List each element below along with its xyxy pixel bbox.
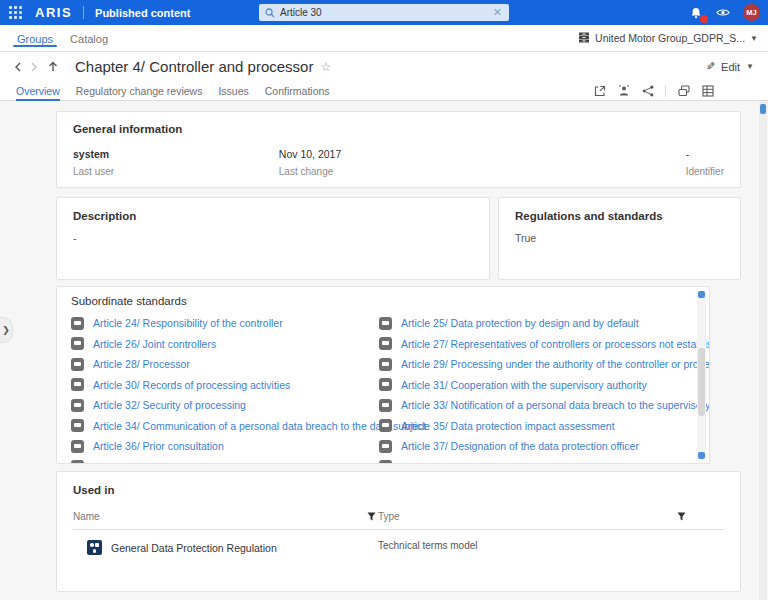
list-item[interactable]: Article 36/ Prior consultation — [71, 436, 377, 457]
search-input[interactable] — [280, 7, 492, 18]
article-link[interactable]: Article 27/ Representatives of controlle… — [401, 338, 710, 350]
list-item[interactable]: Article 35/ Data protection impact asses… — [379, 416, 679, 437]
tab-regulatory-change-reviews[interactable]: Regulatory change reviews — [76, 81, 203, 100]
used-in-type: Technical terms model — [378, 540, 724, 551]
matrix-icon[interactable] — [701, 84, 714, 97]
list-item[interactable]: Article 29/ Processing under the authori… — [379, 354, 679, 375]
list-item[interactable]: Article 33/ Notification of a personal d… — [379, 395, 679, 416]
article-link[interactable]: Article 31/ Cooperation with the supervi… — [401, 379, 647, 391]
model-icon — [87, 540, 102, 555]
list-item[interactable]: Article 26/ Joint controllers — [71, 334, 377, 355]
list-item[interactable]: Article 38/ Position of the data protect… — [71, 457, 377, 465]
aris-published-content-window: ARIS Published content ✕ MJ Groups Catal… — [0, 0, 768, 600]
database-icon — [578, 32, 590, 45]
notification-badge — [700, 15, 708, 23]
article-link[interactable]: Article 33/ Notification of a personal d… — [401, 399, 710, 411]
list-item[interactable]: Article 25/ Data protection by design an… — [379, 313, 679, 334]
field-identifier: - Identifier — [686, 148, 724, 177]
topbar-divider — [83, 6, 84, 19]
favorite-star-icon[interactable]: ☆ — [320, 60, 331, 74]
page-title: Chapter 4/ Controller and processor — [75, 58, 313, 75]
user-avatar[interactable]: MJ — [743, 4, 760, 21]
copy-icon[interactable] — [677, 84, 690, 97]
database-selector[interactable]: United Motor Group_GDPR_S... ▼ — [578, 25, 758, 51]
edit-menu[interactable]: ✎ Edit ▼ — [706, 60, 754, 73]
edit-label: Edit — [721, 61, 740, 73]
sidebar-expand-handle[interactable]: ❯ — [0, 317, 13, 343]
filter-icon[interactable] — [365, 510, 378, 523]
watch-eye-icon[interactable] — [716, 6, 730, 20]
standard-icon — [379, 419, 392, 432]
list-item[interactable]: Article 28/ Processor — [71, 354, 377, 375]
scrollbar-thumb[interactable] — [698, 348, 705, 416]
article-link[interactable]: Article 24/ Responsibility of the contro… — [93, 317, 283, 329]
app-title: Published content — [95, 7, 190, 19]
standard-icon — [71, 460, 84, 464]
forward-button[interactable] — [26, 59, 42, 75]
column-header-type: Type — [378, 511, 400, 522]
app-launcher-icon[interactable] — [9, 6, 22, 19]
scrollbar-thumb[interactable] — [760, 104, 766, 114]
factsheet-tabs: Overview Regulatory change reviews Issue… — [0, 81, 768, 101]
main-scrollbar[interactable] — [759, 101, 767, 600]
share-icon[interactable] — [641, 84, 654, 97]
filter-icon[interactable] — [675, 510, 688, 523]
notifications-icon[interactable] — [689, 6, 703, 20]
article-link[interactable]: Article 28/ Processor — [93, 358, 190, 370]
card-title: Description — [73, 210, 473, 222]
global-search[interactable]: ✕ — [259, 4, 509, 21]
article-link[interactable]: Article 30/ Records of processing activi… — [93, 379, 290, 391]
used-in-name[interactable]: General Data Protection Regulation — [111, 542, 277, 554]
field-label: Last change — [279, 166, 485, 177]
standard-icon — [71, 378, 84, 391]
list-item[interactable]: Article 34/ Communication of a personal … — [71, 416, 377, 437]
search-icon — [265, 4, 275, 22]
list-item[interactable]: Article 30/ Records of processing activi… — [71, 375, 377, 396]
back-button[interactable] — [10, 59, 26, 75]
list-item[interactable]: Article 27/ Representatives of controlle… — [379, 334, 679, 355]
database-name: United Motor Group_GDPR_S... — [595, 32, 745, 44]
nav-tab-catalog[interactable]: Catalog — [70, 25, 108, 51]
tab-issues[interactable]: Issues — [218, 81, 248, 100]
top-bar: ARIS Published content ✕ MJ — [0, 0, 768, 25]
article-link[interactable]: Article 26/ Joint controllers — [93, 338, 216, 350]
tab-confirmations[interactable]: Confirmations — [265, 81, 330, 100]
card-title: Regulations and standards — [515, 210, 724, 222]
subordinate-scrollbar[interactable] — [697, 290, 706, 460]
field-value: system — [73, 148, 279, 160]
toolbar-divider — [665, 85, 666, 97]
up-button[interactable] — [45, 59, 61, 75]
article-link[interactable]: Article 36/ Prior consultation — [93, 440, 224, 452]
open-in-new-icon[interactable] — [593, 84, 606, 97]
description-card: Description - — [56, 197, 490, 280]
list-item[interactable]: Article 39/ Tasks of the data protection… — [379, 457, 679, 465]
general-information-card: General information system Last user Nov… — [56, 111, 741, 188]
standard-icon — [379, 378, 392, 391]
standard-icon — [71, 440, 84, 453]
list-item[interactable]: Article 24/ Responsibility of the contro… — [71, 313, 377, 334]
article-link[interactable]: Article 35/ Data protection impact asses… — [401, 420, 615, 432]
subordinate-right-column: Article 25/ Data protection by design an… — [379, 313, 679, 464]
scroll-down-button[interactable] — [698, 452, 705, 459]
chevron-down-icon: ▼ — [746, 62, 754, 71]
search-clear-icon[interactable]: ✕ — [492, 7, 503, 18]
list-item[interactable]: Article 37/ Designation of the data prot… — [379, 436, 679, 457]
nav-tab-groups[interactable]: Groups — [17, 25, 53, 51]
standard-icon — [379, 337, 392, 350]
list-item[interactable]: Article 32/ Security of processing — [71, 395, 377, 416]
article-link[interactable]: Article 39/ Tasks of the data protection… — [401, 461, 610, 464]
table-header-divider — [73, 529, 724, 530]
table-row[interactable]: General Data Protection Regulation Techn… — [73, 540, 724, 555]
article-link[interactable]: Article 34/ Communication of a personal … — [93, 420, 426, 432]
list-item[interactable]: Article 31/ Cooperation with the supervi… — [379, 375, 679, 396]
scroll-up-button[interactable] — [698, 291, 705, 298]
tab-overview[interactable]: Overview — [16, 81, 60, 100]
article-link[interactable]: Article 38/ Position of the data protect… — [93, 461, 313, 464]
article-link[interactable]: Article 32/ Security of processing — [93, 399, 246, 411]
article-link[interactable]: Article 29/ Processing under the authori… — [401, 358, 710, 370]
description-value: - — [73, 232, 473, 244]
article-link[interactable]: Article 25/ Data protection by design an… — [401, 317, 639, 329]
card-title: General information — [73, 123, 724, 135]
article-link[interactable]: Article 37/ Designation of the data prot… — [401, 440, 639, 452]
report-icon[interactable] — [617, 84, 630, 97]
